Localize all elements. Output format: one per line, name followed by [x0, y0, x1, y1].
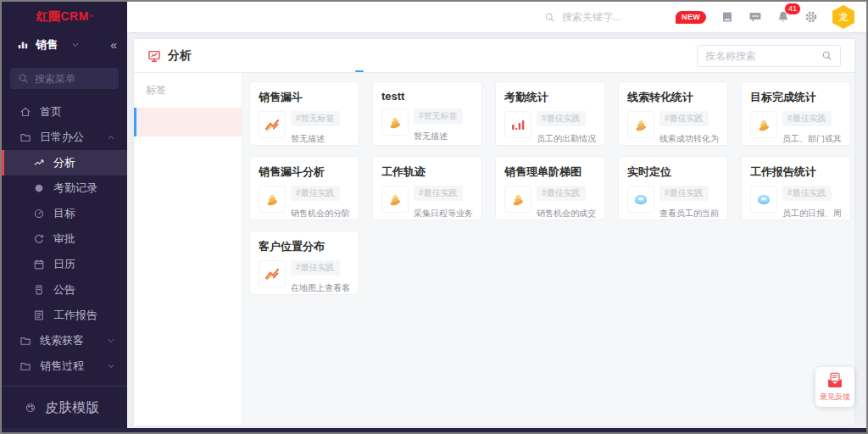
chart-orange-icon: [259, 260, 286, 287]
handbook-icon[interactable]: [721, 10, 734, 24]
workspace-label: 销售: [36, 37, 58, 53]
dashboard-cards-grid: 销售漏斗 #暂无标签 暂无描述 testt: [242, 73, 854, 426]
sidebar-item-home[interactable]: 首页: [2, 99, 127, 125]
attendance-icon: [32, 182, 45, 194]
card-title: 销售漏斗分析: [259, 164, 350, 180]
global-search-input[interactable]: [562, 11, 672, 23]
tag-filter-best-practice[interactable]: [134, 136, 242, 165]
feedback-envelope-icon: [826, 371, 844, 390]
approval-icon: [32, 233, 45, 245]
donut-blue-icon: [627, 186, 654, 213]
card-description: 员工的出勤情况统计: [537, 133, 596, 145]
calendar-icon: [32, 259, 45, 270]
dashboard-card[interactable]: testt #暂无标签 暂无描述: [372, 81, 482, 146]
app-logo-mark: °: [90, 14, 93, 21]
workspace-switcher[interactable]: 销售 «: [2, 32, 127, 58]
page-title-text: 分析: [168, 48, 192, 64]
window-bottom-edge: [2, 428, 866, 432]
dashboard-card[interactable]: 销售漏斗 #暂无标签 暂无描述: [249, 81, 359, 146]
sidebar-item-calendar[interactable]: 日历: [2, 252, 127, 277]
sidebar-item-announcement[interactable]: 公告: [2, 277, 127, 303]
sidebar-item-label: 工作报告: [53, 308, 97, 323]
messages-icon[interactable]: [748, 10, 762, 24]
analysis-panel: 分析 标签: [134, 39, 854, 426]
sidebar-search-input[interactable]: [35, 73, 111, 85]
card-description: 销售机会的成交状态...: [537, 208, 596, 220]
sidebar-item-target[interactable]: 目标: [2, 201, 127, 226]
feedback-button[interactable]: 意见反馈: [815, 367, 854, 407]
panel-body: 标签 销售漏斗 #暂无标签 暂无描述: [134, 73, 854, 426]
sidebar-item-daily-office[interactable]: 日常办公: [2, 125, 127, 150]
card-tag: #最佳实践: [659, 111, 709, 126]
dashboard-card[interactable]: 目标完成统计 #最佳实践 员工、部门或其他业...: [741, 81, 851, 146]
feedback-label: 意见反馈: [820, 392, 850, 403]
card-tag: #最佳实践: [782, 111, 832, 126]
card-title: 工作报告统计: [750, 164, 842, 180]
card-description: 查看员工的当前位置...: [659, 208, 719, 220]
sidebar-item-label: 线索获客: [40, 333, 84, 348]
sidebar-item-deal-process[interactable]: 交易过程: [2, 379, 127, 386]
sidebar-item-approval[interactable]: 审批: [2, 226, 127, 252]
announcement-icon: [32, 284, 45, 296]
settings-gear-icon[interactable]: [804, 10, 818, 24]
sidebar-search[interactable]: [10, 68, 119, 89]
dashboard-card[interactable]: 线索转化统计 #最佳实践 线索成功转化为客户...: [618, 81, 728, 146]
card-description: 员工的日报、周报和...: [782, 208, 842, 220]
sidebar-menu: 首页 日常办公 分析 考勤记录 目标: [2, 96, 127, 386]
sidebar-item-label: 分析: [53, 155, 75, 170]
funnel-orange-icon: [750, 111, 777, 138]
funnel-orange-icon: [381, 108, 409, 136]
dashboard-name-search[interactable]: [697, 45, 841, 67]
sidebar-item-analysis[interactable]: 分析: [2, 150, 127, 175]
sidebar-item-label: 交易过程: [40, 384, 84, 386]
target-icon: [32, 208, 45, 220]
dashboard-card[interactable]: 工作报告统计 #最佳实践 员工的日报、周报和...: [741, 156, 851, 220]
card-tag: #最佳实践: [537, 111, 586, 126]
dashboard-card[interactable]: 工作轨迹 #最佳实践 采集日程等业务数据...: [372, 156, 482, 220]
dashboard-name-search-input[interactable]: [705, 50, 821, 62]
user-avatar[interactable]: 龙: [832, 5, 854, 29]
panel-header: 分析: [134, 39, 854, 73]
sidebar: 红圈CRM° 销售 « 首页 日常办公: [2, 2, 127, 432]
funnel-orange-icon: [504, 186, 531, 213]
chevron-up-icon: [107, 133, 115, 142]
card-title: 客户位置分布: [259, 239, 350, 254]
card-description: 销售机会的分阶段漏...: [291, 208, 350, 220]
donut-blue-icon: [750, 186, 777, 213]
global-search[interactable]: [544, 11, 676, 23]
notifications-button[interactable]: 41: [776, 10, 790, 24]
sidebar-item-skin-template[interactable]: 皮肤模版: [2, 395, 127, 420]
content-area: 分析 标签: [127, 32, 866, 432]
tags-panel-title: 标签: [134, 83, 242, 108]
dashboard-card[interactable]: 客户位置分布 #最佳实践 在地图上查看客户的...: [249, 231, 359, 295]
dashboard-card[interactable]: 销售理单阶梯图 #最佳实践 销售机会的成交状态...: [495, 156, 605, 220]
sidebar-item-sales-process[interactable]: 销售过程: [2, 353, 127, 379]
palette-icon: [24, 402, 36, 414]
sidebar-item-lead-acquisition[interactable]: 线索获客: [2, 328, 127, 353]
search-icon: [544, 12, 555, 23]
chart-orange-icon: [259, 111, 286, 138]
funnel-orange-icon: [259, 186, 286, 213]
tag-filter-all-dashboards[interactable]: [134, 108, 242, 136]
chevron-down-icon: [107, 337, 115, 345]
header-actions: NEW 41 龙: [676, 5, 854, 29]
card-tag: #最佳实践: [291, 186, 340, 201]
sidebar-item-attendance-record[interactable]: 考勤记录: [2, 175, 127, 201]
card-description: 员工、部门或其他业...: [782, 133, 842, 145]
sidebar-item-label: 目标: [53, 206, 75, 221]
card-tag: #最佳实践: [659, 186, 709, 201]
sidebar-item-work-report[interactable]: 工作报告: [2, 303, 127, 328]
card-title: 考勤统计: [504, 90, 596, 105]
chevron-down-icon: [71, 41, 80, 49]
card-tag: #暂无标签: [414, 108, 463, 124]
dashboard-card[interactable]: 考勤统计 #最佳实践 员工的出勤情况统计: [495, 81, 605, 146]
collapse-sidebar-button[interactable]: «: [110, 38, 117, 52]
card-title: 目标完成统计: [750, 90, 842, 105]
sidebar-item-label: 考勤记录: [53, 181, 97, 196]
dashboard-card[interactable]: 销售漏斗分析 #最佳实践 销售机会的分阶段漏...: [249, 156, 359, 220]
sidebar-item-label: 公告: [53, 282, 75, 298]
search-icon: [18, 73, 29, 84]
bars-red-icon: [504, 111, 531, 138]
dashboard-card[interactable]: 实时定位 #最佳实践 查看员工的当前位置...: [618, 156, 728, 220]
sidebar-footer: 皮肤模版: [2, 386, 127, 420]
